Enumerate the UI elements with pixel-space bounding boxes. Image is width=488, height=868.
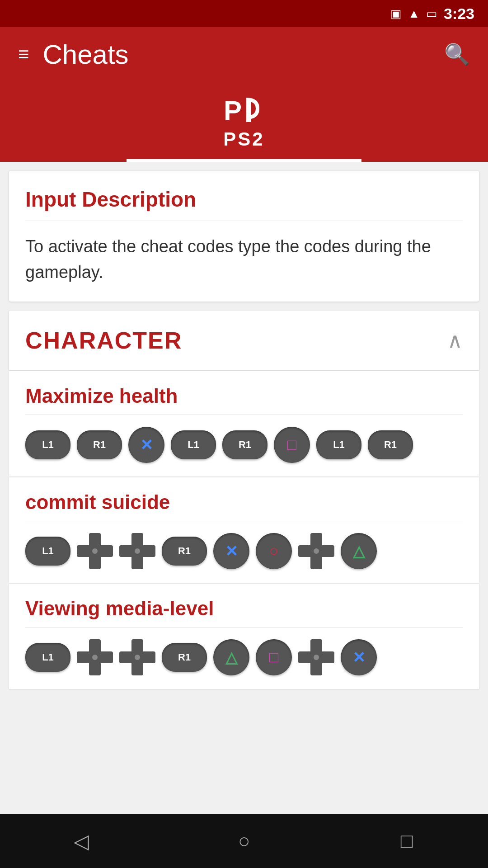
l1-btn-cs: L1 [25, 537, 70, 566]
r1-btn-2: R1 [222, 430, 267, 459]
square-btn-vm: □ [256, 639, 292, 675]
signal-icon: ▲ [408, 7, 420, 21]
dpad-btn-vm-3 [298, 639, 334, 675]
triangle-btn-cs: △ [341, 533, 377, 569]
menu-icon[interactable]: ≡ [18, 45, 29, 64]
dpad-btn-vm-1 [77, 639, 113, 675]
cheat-entry-maximize-health: Maximize health L1 R1 ✕ L1 R1 □ L1 R1 [9, 371, 479, 476]
character-section-header[interactable]: CHARACTER ∧ [9, 311, 479, 370]
r1-btn-3: R1 [368, 430, 413, 459]
square-btn: □ [274, 427, 310, 463]
cross-btn-vm: ✕ [341, 639, 377, 675]
circle-btn-cs: ○ [256, 533, 292, 569]
cheat-name-2: commit suicide [25, 491, 463, 514]
home-button[interactable]: ○ [221, 818, 267, 863]
ps2-text: PS2 [223, 128, 264, 150]
ps2-logo: P PS2 [221, 95, 267, 150]
button-sequence-2: L1 R1 ✕ ○ △ [25, 533, 463, 569]
cheat-name-3: Viewing media-level [25, 597, 463, 620]
dpad-btn-1 [77, 533, 113, 569]
dpad-btn-3 [298, 533, 334, 569]
svg-text:P: P [224, 95, 241, 126]
back-button[interactable]: ◁ [59, 818, 104, 863]
nav-bar: ◁ ○ □ [0, 814, 488, 868]
cheat-divider-2 [25, 521, 463, 521]
status-bar: ▣ ▲ ▭ 3:23 [0, 0, 488, 27]
cross-btn-cs: ✕ [213, 533, 249, 569]
r1-btn: R1 [77, 430, 122, 459]
button-sequence-3: L1 R1 △ □ ✕ [25, 639, 463, 675]
triangle-btn-vm: △ [213, 639, 249, 675]
l1-btn-2: L1 [171, 430, 216, 459]
recent-button[interactable]: □ [384, 818, 429, 863]
status-icons: ▣ ▲ ▭ 3:23 [390, 5, 474, 23]
l1-btn: L1 [25, 430, 70, 459]
vibrate-icon: ▣ [390, 7, 402, 21]
cheat-entry-commit-suicide: commit suicide L1 R1 ✕ ○ [9, 477, 479, 583]
logo-section: P PS2 [0, 81, 488, 162]
chevron-up-icon: ∧ [447, 328, 463, 353]
ps-symbol: P [221, 95, 267, 130]
dpad-btn-vm-2 [119, 639, 155, 675]
search-icon[interactable]: 🔍 [444, 42, 470, 66]
status-time: 3:23 [444, 5, 474, 23]
battery-icon: ▭ [426, 7, 437, 21]
app-title: Cheats [43, 39, 129, 70]
card-header: Input Description [9, 171, 479, 221]
cheat-divider-3 [25, 627, 463, 627]
input-description-title: Input Description [25, 188, 196, 211]
l1-btn-vm: L1 [25, 643, 70, 672]
character-section-title: CHARACTER [25, 327, 182, 354]
l1-btn-3: L1 [316, 430, 361, 459]
cheat-divider [25, 415, 463, 415]
r1-btn-vm: R1 [162, 643, 207, 672]
app-bar-left: ≡ Cheats [18, 39, 129, 70]
app-bar: ≡ Cheats 🔍 [0, 27, 488, 81]
content-area: Input Description To activate the cheat … [0, 162, 488, 814]
cross-btn: ✕ [128, 427, 164, 463]
dpad-btn-2 [119, 533, 155, 569]
input-description-body: To activate the cheat codes type the cod… [9, 221, 479, 302]
button-sequence: L1 R1 ✕ L1 R1 □ L1 R1 [25, 427, 463, 463]
cheat-entry-viewing-media: Viewing media-level L1 R1 △ □ [9, 584, 479, 689]
cheat-name: Maximize health [25, 385, 463, 407]
r1-btn-cs: R1 [162, 537, 207, 566]
input-description-card: Input Description To activate the cheat … [9, 171, 479, 302]
